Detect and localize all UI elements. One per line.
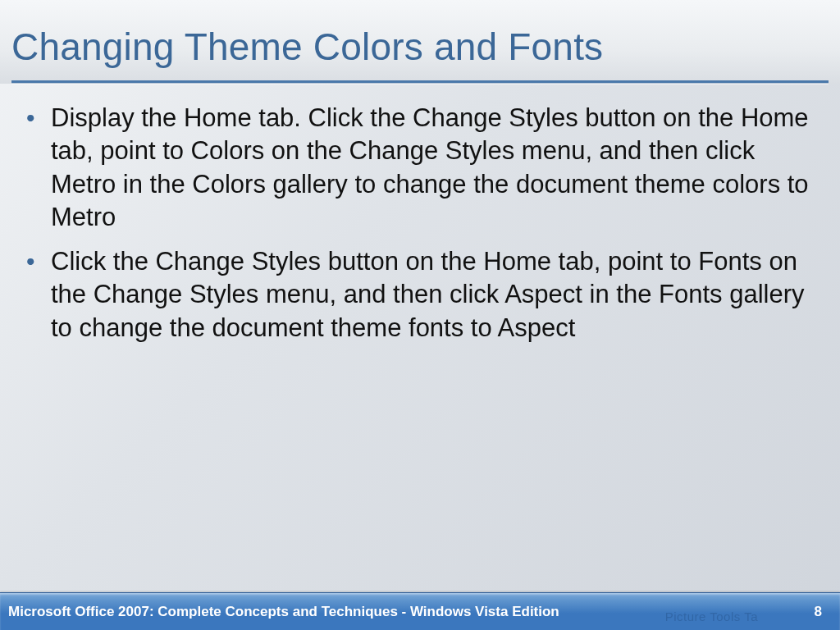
list-item: Click the Change Styles button on the Ho…: [46, 245, 819, 345]
footer-ghost-text: Picture Tools Ta: [665, 609, 758, 623]
body-area: Display the Home tab. Click the Change S…: [0, 84, 840, 345]
title-area: Changing Theme Colors and Fonts: [0, 0, 840, 84]
bullet-list: Display the Home tab. Click the Change S…: [21, 102, 819, 345]
slide: Changing Theme Colors and Fonts Display …: [0, 0, 840, 630]
list-item: Display the Home tab. Click the Change S…: [46, 102, 819, 234]
slide-title: Changing Theme Colors and Fonts: [11, 25, 829, 75]
footer-bar: Microsoft Office 2007: Complete Concepts…: [0, 592, 840, 630]
footer-text: Microsoft Office 2007: Complete Concepts…: [8, 604, 559, 620]
page-number: 8: [815, 604, 822, 620]
